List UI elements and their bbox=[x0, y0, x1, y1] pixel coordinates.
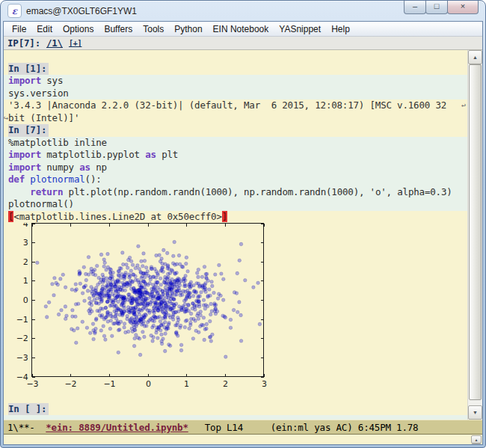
code-line: %matplotlib inline bbox=[8, 137, 467, 150]
close-button[interactable]: × bbox=[447, 1, 479, 14]
minibuffer-scrollbar[interactable]: ▲ ▼ bbox=[471, 435, 482, 445]
cell-output-area: '3.4.3 |Anaconda 2.2.0 (32-bit)| (defaul… bbox=[8, 99, 467, 124]
cell-prompt: In [ ]: bbox=[8, 403, 467, 416]
cell-input-area[interactable]: import syssys.version bbox=[4, 75, 467, 99]
output-line: [<matplotlib.lines.Line2D at 0x50ecff0>] bbox=[8, 211, 467, 224]
code-line: import numpy as np bbox=[8, 162, 467, 174]
minimize-icon: – bbox=[413, 2, 417, 10]
scrollbar-up-button[interactable]: ▲ bbox=[468, 50, 482, 64]
emacs-window: ε emacs@TX0GLT6GF1YW1 – □ × FileEditOpti… bbox=[0, 0, 486, 448]
cell-prompt: In [7]: bbox=[8, 124, 467, 137]
notebook-header-line: IP[7]: /1\ [+] bbox=[4, 37, 482, 50]
window-controls: – □ × bbox=[405, 1, 479, 14]
window-title: emacs@TX0GLT6GF1YW1 bbox=[26, 6, 137, 16]
scrollbar-track[interactable] bbox=[468, 64, 482, 405]
scatter-plot-image: −3−2−10123−4−3−2−101234 bbox=[8, 223, 271, 396]
blank-line bbox=[8, 50, 467, 63]
echo-area: ▲ ▼ bbox=[4, 435, 482, 444]
axis-tick-label: 3 bbox=[23, 238, 28, 248]
screenshot-stage: ε emacs@TX0GLT6GF1YW1 – □ × FileEditOpti… bbox=[0, 0, 486, 448]
modeline-text: 1\**- bbox=[7, 422, 46, 433]
line-wrap-left-icon: ↪ bbox=[4, 112, 8, 125]
axis-tick-label: −2 bbox=[16, 334, 28, 343]
vertical-scrollbar[interactable]: ▲ ▼ bbox=[467, 50, 482, 420]
axis-tick-label: 1 bbox=[23, 276, 28, 286]
output-line: bit (Intel)]'↪ bbox=[8, 112, 467, 125]
axis-tick-label: 0 bbox=[146, 379, 151, 389]
axis-tick-label: 2 bbox=[23, 257, 28, 267]
keyword-token: as bbox=[79, 162, 90, 173]
menu-item-python[interactable]: Python bbox=[169, 22, 207, 36]
menu-item-edit[interactable]: Edit bbox=[31, 22, 58, 36]
cell-prompt-label: In [7]: bbox=[8, 124, 49, 137]
output-line: '3.4.3 |Anaconda 2.2.0 (32-bit)| (defaul… bbox=[8, 99, 467, 112]
axis-tick-label: 1 bbox=[184, 379, 189, 389]
blank-line bbox=[8, 390, 467, 403]
axis-tick-label: 3 bbox=[262, 379, 267, 389]
axis-tick-label: −1 bbox=[16, 315, 28, 325]
keyword-token: import bbox=[8, 75, 41, 86]
close-icon: × bbox=[461, 2, 465, 10]
modeline-text: Top L14 (ein:ml yas AC) 6:45PM 1.78 bbox=[188, 422, 419, 433]
keyword-token: import bbox=[8, 162, 41, 173]
code-line: sys.version bbox=[8, 88, 467, 100]
mode-line: 1\**- *ein: 8889/Untitled.ipynb* Top L14… bbox=[4, 420, 482, 435]
minimize-button[interactable]: – bbox=[404, 1, 426, 14]
code-line: return plt.plot(np.random.randn(1000), n… bbox=[8, 186, 467, 199]
menu-item-ein-notebook[interactable]: EIN Notebook bbox=[208, 22, 274, 36]
code-line: plotnormal() bbox=[8, 198, 467, 211]
axis-tick-label: −3 bbox=[27, 379, 39, 389]
minibuffer-scroll-up-button[interactable]: ▲ bbox=[471, 435, 482, 444]
menu-item-yasnippet[interactable]: YASnippet bbox=[274, 22, 326, 36]
scatter-points bbox=[36, 240, 262, 358]
axis-tick-label: 4 bbox=[23, 223, 28, 229]
cell-prompt-label: In [1]: bbox=[8, 63, 49, 76]
new-notebook-tab-button[interactable]: [+] bbox=[69, 39, 81, 47]
keyword-token: def bbox=[8, 174, 25, 185]
buffer-row: In [1]:import syssys.version'3.4.3 |Anac… bbox=[4, 50, 482, 420]
axis-tick-label: −2 bbox=[65, 379, 77, 389]
title-bar[interactable]: ε emacs@TX0GLT6GF1YW1 – □ × bbox=[1, 1, 485, 21]
axis-tick-label: −1 bbox=[104, 379, 116, 389]
maximize-button[interactable]: □ bbox=[425, 1, 448, 14]
keyword-token: as bbox=[145, 149, 156, 160]
keyword-token: return bbox=[30, 186, 63, 197]
scrollbar-down-icon: ▼ bbox=[473, 410, 478, 415]
axis-tick-label: −3 bbox=[16, 353, 28, 363]
function-name-token: plotnormal bbox=[30, 174, 84, 185]
notebook-buffer[interactable]: In [1]:import syssys.version'3.4.3 |Anac… bbox=[4, 50, 467, 420]
axis-tick-label: 0 bbox=[23, 295, 28, 305]
menu-item-file[interactable]: File bbox=[7, 22, 31, 36]
menu-item-help[interactable]: Help bbox=[326, 22, 355, 36]
axis-tick-label: −4 bbox=[16, 372, 28, 382]
menu-item-tools[interactable]: Tools bbox=[138, 22, 169, 36]
kernel-prompt: IP[7]: bbox=[7, 37, 40, 49]
menu-bar: FileEditOptionsBuffersToolsPythonEIN Not… bbox=[4, 22, 482, 37]
cell-input-area[interactable]: %matplotlib inlineimport matplotlib.pypl… bbox=[4, 137, 467, 211]
minibuffer-up-icon: ▲ bbox=[475, 438, 479, 442]
modeline-buffer-name: *ein: 8889/Untitled.ipynb* bbox=[46, 422, 188, 433]
minibuffer-scroll-down-button[interactable]: ▼ bbox=[471, 444, 482, 445]
code-line bbox=[8, 415, 467, 420]
highlighted-open-bracket: [ bbox=[8, 211, 13, 222]
scrollbar-down-button[interactable]: ▼ bbox=[468, 405, 482, 420]
notebook-tab[interactable]: /1\ bbox=[46, 37, 63, 49]
maximize-icon: □ bbox=[434, 2, 440, 10]
cell-prompt-label: In [ ]: bbox=[8, 403, 49, 416]
cell-output-area: [<matplotlib.lines.Line2D at 0x50ecff0>] bbox=[8, 211, 467, 224]
code-line: import matplotlib.pyplot as plt bbox=[8, 149, 467, 162]
cell-prompt: In [1]: bbox=[8, 63, 467, 76]
code-line: import sys bbox=[8, 75, 467, 88]
menu-item-options[interactable]: Options bbox=[58, 22, 99, 36]
matplotlib-figure: −3−2−10123−4−3−2−101234 bbox=[8, 223, 467, 390]
scrollbar-up-icon: ▲ bbox=[473, 55, 478, 60]
highlighted-close-bracket: ] bbox=[222, 211, 227, 222]
menu-item-buffers[interactable]: Buffers bbox=[99, 22, 138, 36]
keyword-token: import bbox=[8, 149, 41, 160]
client-area: FileEditOptionsBuffersToolsPythonEIN Not… bbox=[3, 21, 483, 445]
cell-input-area[interactable] bbox=[4, 415, 467, 420]
code-line: def plotnormal(): bbox=[8, 174, 467, 186]
scrollbar-thumb[interactable] bbox=[469, 64, 482, 400]
axis-tick-label: 2 bbox=[223, 379, 228, 389]
emacs-app-icon: ε bbox=[7, 4, 22, 18]
